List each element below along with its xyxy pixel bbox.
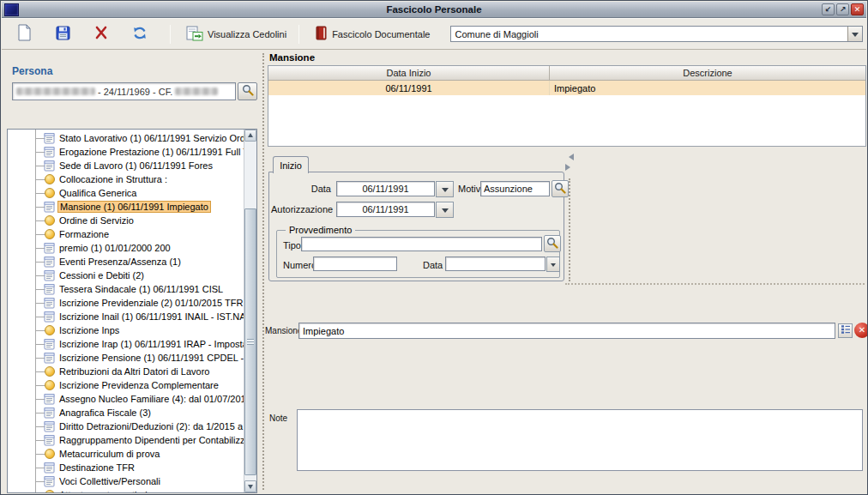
tree-scrollbar[interactable] [244, 130, 256, 492]
inner-vertical-splitter[interactable] [569, 178, 570, 281]
tree-item[interactable]: Iscrizione Previdenziale (2) 01/10/2015 … [8, 296, 244, 310]
close-icon: ✕ [854, 6, 861, 14]
column-header-descrizione[interactable]: Descrizione [550, 66, 865, 80]
bullet-icon [44, 365, 55, 377]
data-dropdown-button[interactable] [436, 181, 454, 197]
tree-item[interactable]: Iscrizione Pensione (1) 06/11/1991 CPDEL… [8, 351, 244, 365]
persona-search-input[interactable]: - 24/11/1969 - CF. [12, 82, 236, 100]
document-icon [44, 434, 55, 446]
section-title: Mansione [269, 52, 315, 63]
column-header-data-inizio[interactable]: Data Inizio [268, 66, 550, 80]
splitter-collapse-handle[interactable] [565, 154, 574, 171]
scroll-up-button[interactable] [244, 130, 256, 142]
tab-inizio[interactable]: Inizio [273, 156, 309, 173]
toolbar-separator [298, 25, 299, 44]
tree-item[interactable]: premio (1) 01/01/2000 200 [8, 241, 244, 255]
document-icon [44, 462, 55, 474]
bullet-icon [44, 187, 55, 199]
tree-item[interactable]: Iscrizione Inps [8, 323, 244, 337]
tree-item[interactable]: Anagrafica Fiscale (3) [8, 406, 244, 420]
document-icon [44, 420, 55, 432]
autorizzazione-input[interactable] [336, 202, 435, 217]
tree-item[interactable]: Stato Lavorativo (1) 06/11/1991 Servizio… [8, 131, 244, 145]
app-logo-icon [4, 3, 19, 16]
tree-rows: Stato Lavorativo (1) 06/11/1991 Servizio… [8, 131, 244, 493]
document-icon [44, 269, 55, 281]
search-icon [242, 84, 254, 99]
tree-item[interactable]: Qualifica Generica [8, 186, 244, 200]
maximize-icon: ↗ [840, 6, 847, 14]
mansione-table: Data Inizio Descrizione 06/11/1991 Impie… [268, 65, 866, 147]
data-label: Data [274, 184, 331, 194]
toolbar-separator [170, 25, 171, 44]
save-icon [56, 26, 70, 43]
tree-item[interactable]: Ordine di Servizio [8, 214, 244, 227]
save-button[interactable] [51, 22, 75, 46]
tree-item[interactable]: Mansione (1) 06/11/1991 Impiegato [8, 200, 244, 214]
motivo-search-button[interactable] [552, 180, 569, 197]
tree-item[interactable]: Retribuzioni da Altri Datori di Lavoro [8, 365, 244, 378]
persona-search-button[interactable] [238, 82, 257, 100]
tipo-search-button[interactable] [544, 235, 561, 252]
collapse-right-icon [565, 164, 574, 171]
new-document-button[interactable] [12, 22, 36, 46]
table-row[interactable]: 06/11/1991 Impiegato [268, 81, 865, 95]
autorizzazione-dropdown-button[interactable] [436, 202, 454, 218]
mansione-clear-button[interactable]: ✕ [854, 323, 868, 338]
inner-horizontal-splitter[interactable] [565, 283, 865, 285]
note-textarea[interactable] [297, 409, 863, 471]
refresh-button[interactable] [128, 22, 152, 46]
data-input[interactable] [336, 181, 435, 196]
restore-button[interactable]: ↙ [822, 3, 835, 15]
maximize-button[interactable]: ↗ [836, 3, 849, 15]
bullet-icon [44, 228, 55, 240]
scrollbar-thumb[interactable] [244, 208, 256, 475]
thumb-grip-icon [247, 339, 254, 345]
mansione-detail-button[interactable] [838, 323, 853, 338]
document-icon [44, 242, 55, 254]
provvedimento-data-input[interactable] [445, 257, 546, 271]
inizio-tab-panel: Data Motivo Autorizzazione Provvedimento… [268, 172, 564, 281]
tree-item[interactable]: Collocazione in Struttura : [8, 172, 244, 186]
clear-icon: ✕ [859, 326, 865, 335]
delete-button[interactable] [89, 22, 113, 46]
document-icon [44, 283, 55, 295]
tree-item[interactable]: Attestamento vestiario [8, 488, 244, 493]
mansione-panel: Mansione Data Inizio Descrizione 06/11/1… [268, 50, 866, 493]
redacted-cf [175, 88, 218, 95]
tree-item[interactable]: Tessera Sindacale (1) 06/11/1991 CISL [8, 282, 244, 296]
dropdown-arrow-icon [442, 188, 449, 196]
combo-dropdown-icon[interactable] [847, 27, 862, 41]
tree-item[interactable]: Erogazione Prestazione (1) 06/11/1991 Fu… [8, 145, 244, 159]
fascicolo-documentale-button[interactable]: Fascicolo Documentale [310, 22, 435, 46]
tree-item[interactable]: Diritto Detrazioni/Deduzioni (2): da 1/2… [8, 420, 244, 433]
tipo-input[interactable] [301, 237, 542, 251]
visualizza-cedolini-button[interactable]: Visualizza Cedolini [181, 22, 292, 46]
document-icon [44, 352, 55, 364]
tree-item[interactable]: Eventi Presenza/Assenza (1) [8, 255, 244, 269]
tree-item[interactable]: Metacurriculum di prova [8, 447, 244, 461]
numero-input[interactable] [313, 257, 397, 271]
tree-item[interactable]: Assegno Nucleo Familiare (4): dal 01/07/… [8, 392, 244, 406]
bullet-icon [44, 214, 55, 226]
tree-item[interactable]: Formazione [8, 227, 244, 241]
scroll-down-button[interactable] [244, 480, 256, 492]
motivo-input[interactable] [480, 181, 550, 196]
tree-item[interactable]: Cessioni e Debiti (2) [8, 269, 244, 282]
bullet-icon [44, 173, 55, 185]
provvedimento-data-dropdown-button[interactable] [546, 257, 560, 272]
company-combo[interactable]: Comune di Maggioli [450, 26, 863, 42]
close-button[interactable]: ✕ [851, 3, 864, 15]
tree-item[interactable]: Destinazione TFR [8, 461, 244, 474]
tree-item[interactable]: Iscrizione Inail (1) 06/11/1991 INAIL - … [8, 310, 244, 323]
document-icon [44, 311, 55, 323]
panel-splitter[interactable] [259, 50, 268, 493]
tree-item[interactable]: Iscrizione Previdenza Complementare [8, 378, 244, 392]
mansione-input[interactable] [298, 323, 835, 339]
tree-item[interactable]: Sede di Lavoro (1) 06/11/1991 Fores [8, 159, 244, 172]
provvedimento-group: Provvedimento Tipo Numero Data [276, 230, 560, 278]
tree-item[interactable]: Raggruppamento Dipendenti per Contabiliz… [8, 433, 244, 447]
tree-item[interactable]: Voci Collettive/Personali [8, 474, 244, 488]
document-icon [44, 160, 55, 172]
tree-item[interactable]: Iscrizione Irap (1) 06/11/1991 IRAP - Im… [8, 337, 244, 351]
